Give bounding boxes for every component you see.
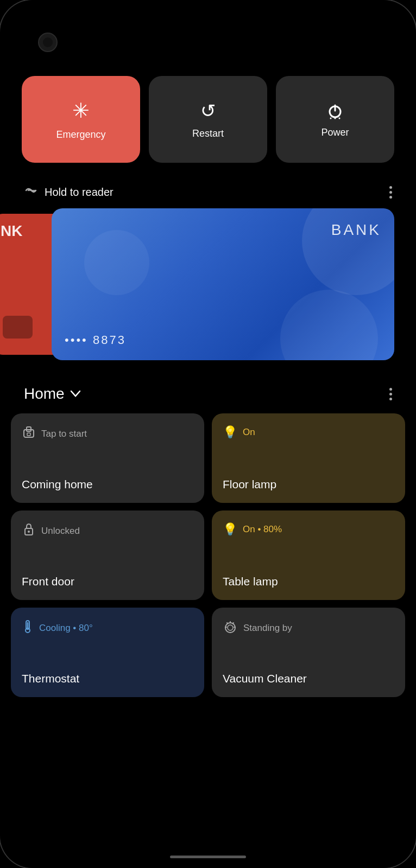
thermostat-name: Thermostat <box>22 670 193 685</box>
home-indicator <box>170 856 246 858</box>
svg-point-13 <box>225 623 235 633</box>
door-lock-icon <box>22 522 36 540</box>
front-door-status: Unlocked <box>41 526 80 537</box>
card-carousel: NK BANK •••• 8873 <box>22 208 394 366</box>
emergency-button[interactable]: ✳ Emergency <box>22 76 140 163</box>
thermostat-status: Cooling • 80° <box>39 623 93 634</box>
routine-icon <box>22 425 36 443</box>
card-number: •••• 8873 <box>65 333 381 347</box>
table-lamp-icon: 💡 <box>223 522 237 537</box>
nfc-waves-icon <box>24 184 39 200</box>
thermostat-icon <box>22 620 34 637</box>
nfc-header: Hold to reader <box>22 184 394 200</box>
home-header: Home <box>0 374 416 413</box>
coming-home-tile[interactable]: Tap to start Coming home <box>11 413 204 503</box>
phone-shell: ✳ Emergency Restart Power <box>0 0 416 868</box>
phone-screen: ✳ Emergency Restart Power <box>0 0 416 868</box>
table-lamp-tile[interactable]: 💡 On • 80% Table lamp <box>212 510 405 600</box>
emergency-icon: ✳ <box>72 99 90 123</box>
svg-point-3 <box>330 117 332 119</box>
home-section: Home <box>0 374 416 868</box>
nfc-menu-button[interactable] <box>389 186 392 199</box>
svg-point-14 <box>228 625 233 630</box>
svg-rect-7 <box>27 433 30 436</box>
front-door-tile[interactable]: Unlocked Front door <box>11 510 204 600</box>
vacuum-tile[interactable]: Standing by Vacuum Cleaner <box>212 608 405 697</box>
thermostat-tile[interactable]: Cooling • 80° Thermostat <box>11 608 204 697</box>
restart-icon <box>200 100 216 122</box>
table-lamp-status: On • 80% <box>243 524 282 535</box>
restart-label: Restart <box>192 128 224 139</box>
table-lamp-name: Table lamp <box>223 573 394 588</box>
vacuum-name: Vacuum Cleaner <box>223 670 394 685</box>
vacuum-status: Standing by <box>243 623 292 634</box>
svg-point-4 <box>339 117 341 119</box>
front-door-name: Front door <box>22 573 193 588</box>
coming-home-status: Tap to start <box>41 429 87 439</box>
floor-lamp-icon: 💡 <box>223 425 237 439</box>
card-bank-name: BANK <box>65 221 381 239</box>
floor-lamp-tile[interactable]: 💡 On Floor lamp <box>212 413 405 503</box>
power-button[interactable]: Power <box>276 76 394 163</box>
home-menu-button[interactable] <box>389 388 392 400</box>
svg-point-2 <box>335 117 336 119</box>
home-title-row[interactable]: Home <box>24 385 81 403</box>
svg-point-9 <box>28 531 30 533</box>
nfc-title: Hold to reader <box>45 186 114 199</box>
floor-lamp-name: Floor lamp <box>223 476 394 491</box>
quick-actions-row: ✳ Emergency Restart Power <box>22 76 394 163</box>
vacuum-icon <box>223 620 238 637</box>
home-title: Home <box>24 385 65 403</box>
home-chevron-icon <box>70 388 81 400</box>
emergency-label: Emergency <box>56 129 105 141</box>
power-label: Power <box>321 127 349 138</box>
restart-button[interactable]: Restart <box>149 76 267 163</box>
power-icon <box>325 101 345 120</box>
coming-home-name: Coming home <box>22 476 193 491</box>
nfc-title-row: Hold to reader <box>24 184 114 200</box>
camera-dot <box>38 33 58 52</box>
card-main[interactable]: BANK •••• 8873 <box>52 208 394 360</box>
floor-lamp-status: On <box>243 427 255 438</box>
tiles-grid: Tap to start Coming home 💡 On Floor lamp <box>0 413 416 697</box>
nfc-section: Hold to reader NK <box>22 184 394 366</box>
